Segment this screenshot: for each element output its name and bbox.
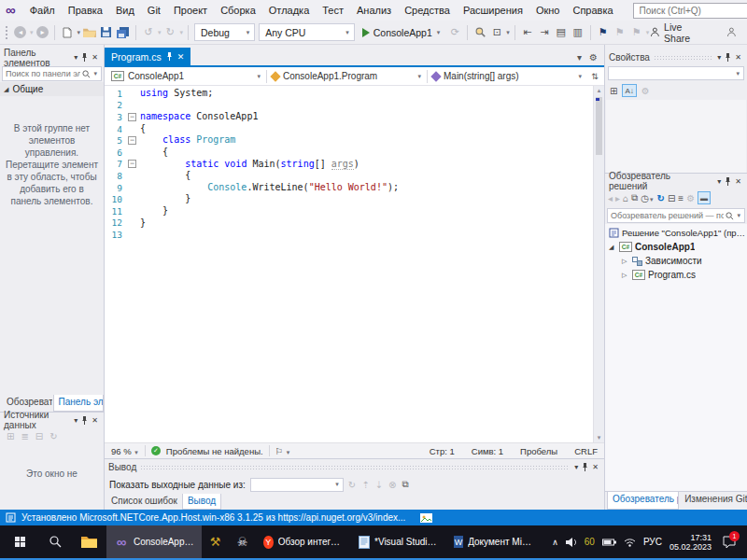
chevron-down-icon[interactable]: ▾: [572, 463, 580, 471]
code-line[interactable]: 1using System;: [105, 88, 593, 100]
language-indicator[interactable]: РУС: [643, 537, 662, 547]
properties-shortcut-icon[interactable]: ⚙: [686, 193, 695, 203]
volume-icon[interactable]: [566, 538, 577, 547]
configure-icon[interactable]: ⊟: [35, 431, 43, 441]
taskbar-search-button[interactable]: [39, 525, 71, 558]
undo-icon[interactable]: ↺: [141, 24, 156, 41]
tab-git-changes[interactable]: Изменения Git — п...: [680, 492, 747, 510]
code-line[interactable]: 7– static void Main(string[] args): [105, 159, 593, 171]
forward-icon[interactable]: ▸: [615, 193, 620, 203]
taskbar-app-skull[interactable]: ☠: [229, 525, 256, 558]
menu-item[interactable]: Git: [141, 5, 167, 16]
document-tab-programcs[interactable]: Program.cs ✕: [105, 48, 190, 65]
code-line[interactable]: 9 Console.WriteLine("Hello World!");: [105, 182, 593, 194]
toolbox-section-general[interactable]: ◢ Общие: [0, 82, 104, 96]
spaces-indicator[interactable]: Пробелы: [520, 446, 557, 456]
fold-toggle-icon[interactable]: –: [128, 113, 136, 121]
new-file-dropdown-icon[interactable]: ▾: [77, 29, 80, 36]
menu-item[interactable]: Сборка: [214, 5, 262, 16]
hot-reload-icon[interactable]: ⟳: [447, 24, 462, 41]
code-line[interactable]: 8 {: [105, 170, 593, 182]
menu-item[interactable]: Тест: [316, 5, 350, 16]
quick-search-input[interactable]: [640, 6, 747, 16]
menu-item[interactable]: Анализ: [350, 5, 398, 16]
toolbox-header[interactable]: Панель элементов ▾ ✕: [0, 49, 104, 65]
undo-dropdown-icon[interactable]: ▾: [158, 29, 162, 36]
wifi-icon[interactable]: [624, 538, 636, 547]
clear-all-icon[interactable]: ⊗: [388, 480, 396, 490]
tab-error-list[interactable]: Список ошибок: [106, 494, 182, 510]
close-icon[interactable]: ✕: [90, 416, 100, 425]
navigate-forward-button[interactable]: ▸: [35, 24, 49, 41]
project-dropdown[interactable]: C# ConsoleApp1 ▾: [106, 69, 266, 84]
toolbox-search-box[interactable]: ▾: [2, 66, 102, 81]
properties-object-dropdown[interactable]: ▾: [608, 66, 744, 80]
pending-changes-filter-icon[interactable]: ◷▾: [641, 193, 654, 203]
code-line[interactable]: 2: [105, 100, 593, 112]
pin-icon[interactable]: [723, 177, 733, 186]
battery-icon[interactable]: [602, 539, 616, 546]
code-line[interactable]: 10 }: [105, 193, 593, 205]
start-debugging-button[interactable]: ConsoleApp1 ▾: [357, 27, 447, 38]
menu-item[interactable]: Справка: [566, 5, 619, 16]
tree-item-programcs[interactable]: ▷ C# Program.cs: [605, 268, 747, 282]
nest-files-icon[interactable]: ⊟: [668, 193, 675, 203]
menu-item[interactable]: Средства: [398, 5, 457, 16]
status-extra-icon[interactable]: [420, 513, 432, 523]
find-dropdown-icon[interactable]: ▾: [506, 29, 510, 36]
collapse-all-icon[interactable]: ≡: [678, 193, 684, 203]
chevron-down-icon[interactable]: ▾: [715, 53, 723, 62]
taskbar-app-word[interactable]: W Документ Microso...: [446, 525, 542, 558]
properties-header[interactable]: Свойства ▾ ✕: [605, 49, 747, 65]
scrollbar-thumb[interactable]: [596, 97, 602, 155]
taskbar-app-visual-studio[interactable]: ∞ ConsoleApp1 - Mic...: [106, 525, 202, 558]
alphabetical-sort-icon[interactable]: A↓: [622, 84, 636, 97]
bookmark-icon[interactable]: ⚑: [596, 24, 611, 41]
data-sources-header[interactable]: Источники данных ▾ ✕: [0, 412, 104, 427]
clock[interactable]: 17:31 05.02.2023: [669, 533, 712, 552]
battery-percent[interactable]: 60: [585, 537, 595, 547]
tab-output[interactable]: Вывод: [182, 494, 221, 510]
prev-bookmark-icon[interactable]: ⚑: [613, 24, 627, 41]
collapsed-arrow-icon[interactable]: ▷: [622, 272, 629, 279]
health-status-text[interactable]: Проблемы не найдены.: [166, 446, 263, 456]
unindent-icon[interactable]: ⇤: [520, 24, 535, 41]
close-icon[interactable]: ✕: [90, 53, 100, 62]
menu-item[interactable]: Правка: [62, 5, 109, 16]
search-options-icon[interactable]: ▾: [737, 212, 740, 219]
notification-center-button[interactable]: 1: [719, 536, 740, 548]
pin-icon[interactable]: [723, 53, 733, 62]
refresh-icon[interactable]: ↻: [657, 193, 665, 203]
output-source-dropdown[interactable]: ▾: [250, 478, 344, 492]
menu-item[interactable]: Окно: [529, 5, 567, 16]
collapsed-arrow-icon[interactable]: ▷: [622, 258, 629, 265]
save-all-icon[interactable]: [116, 24, 131, 41]
toolbox-search-input[interactable]: [6, 69, 80, 78]
goto-next-message-icon[interactable]: ⇣: [375, 480, 383, 490]
taskbar-app-notepad[interactable]: *Visual Studio.txt –...: [351, 525, 446, 558]
tag-icon[interactable]: ⚐ ▾: [275, 446, 291, 456]
code-line[interactable]: 13: [105, 229, 593, 241]
code-line[interactable]: 5– class Program: [105, 134, 593, 147]
eol-indicator[interactable]: CRLF: [574, 446, 598, 456]
find-in-code-icon[interactable]: ⊡: [489, 24, 504, 41]
open-file-icon[interactable]: [82, 24, 97, 41]
code-editor[interactable]: 1using System;23–namespace ConsoleApp14{…: [105, 86, 604, 442]
find-message-icon[interactable]: ↻: [348, 480, 356, 490]
pin-icon[interactable]: [166, 52, 173, 61]
toolbar-drag-handle[interactable]: [5, 25, 8, 40]
pin-icon[interactable]: [79, 416, 90, 425]
expanded-arrow-icon[interactable]: ◢: [609, 244, 616, 251]
pin-icon[interactable]: [79, 53, 90, 62]
uncomment-icon[interactable]: ▥: [571, 24, 585, 41]
refresh-icon[interactable]: ↻: [49, 431, 57, 441]
code-line[interactable]: 4{: [105, 123, 593, 135]
fold-toggle-icon[interactable]: –: [128, 160, 136, 168]
close-icon[interactable]: ✕: [733, 53, 743, 62]
new-file-icon[interactable]: [60, 24, 75, 41]
tree-item-dependencies[interactable]: ▷ Зависимости: [605, 254, 747, 268]
fold-toggle-icon[interactable]: –: [128, 136, 136, 145]
tree-item-project[interactable]: ◢ C# ConsoleApp1: [605, 240, 747, 254]
bookmark-dropdown-icon[interactable]: ▾: [646, 29, 650, 36]
tree-item-solution[interactable]: Решение "ConsoleApp1" (проекты: 1 из 1): [605, 226, 747, 240]
